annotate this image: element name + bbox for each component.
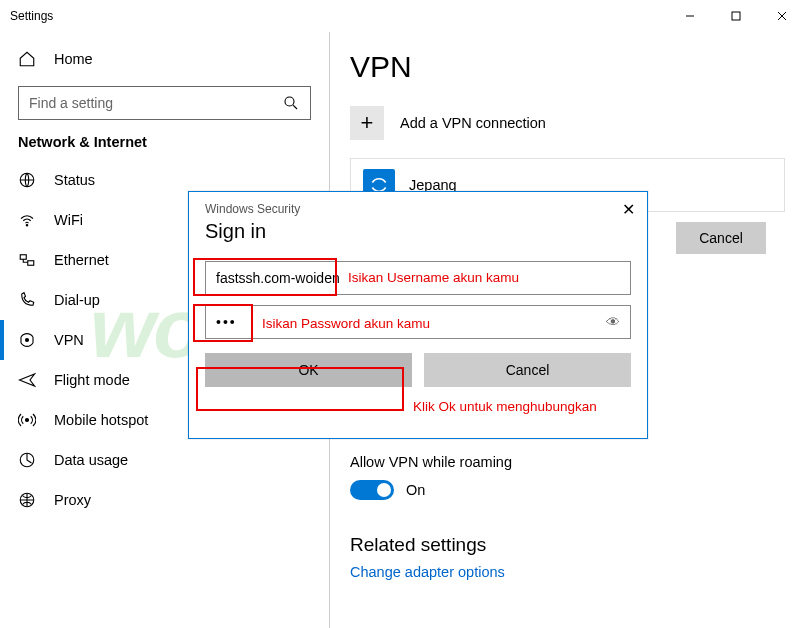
svg-point-7 (26, 225, 28, 227)
reveal-password-icon[interactable]: 👁 (606, 314, 620, 330)
username-value: fastssh.com-woiden (216, 270, 340, 286)
sidebar-item-label: Ethernet (54, 252, 109, 268)
svg-rect-9 (28, 261, 34, 266)
dialog-title: Windows Security (205, 202, 631, 216)
roaming-toggle[interactable] (350, 480, 394, 500)
home-icon (18, 50, 36, 68)
sidebar-item-label: Flight mode (54, 372, 130, 388)
svg-rect-1 (732, 12, 740, 20)
svg-rect-8 (20, 255, 26, 260)
sidebar-item-label: WiFi (54, 212, 83, 228)
add-vpn-label: Add a VPN connection (400, 115, 546, 131)
minimize-button[interactable] (667, 0, 713, 32)
sidebar-item-label: Status (54, 172, 95, 188)
sidebar-item-proxy[interactable]: Proxy (0, 480, 329, 520)
svg-line-5 (293, 105, 297, 109)
page-title: VPN (350, 50, 785, 84)
search-input[interactable]: Find a setting (18, 86, 311, 120)
home-label: Home (54, 51, 93, 67)
add-vpn-button[interactable]: + (350, 106, 384, 140)
password-input[interactable]: ••• 👁 (205, 305, 631, 339)
svg-point-4 (285, 97, 294, 106)
dialog-close-button[interactable]: ✕ (622, 200, 635, 219)
adapter-options-link[interactable]: Change adapter options (350, 564, 785, 580)
related-heading: Related settings (350, 534, 785, 556)
sidebar-category: Network & Internet (0, 134, 329, 160)
password-value: ••• (216, 314, 237, 330)
close-button[interactable] (759, 0, 805, 32)
svg-point-10 (26, 339, 29, 342)
airplane-icon (18, 371, 36, 389)
toggle-state: On (406, 482, 425, 498)
sidebar-item-label: VPN (54, 332, 84, 348)
globe-icon (18, 171, 36, 189)
search-placeholder: Find a setting (29, 95, 113, 111)
sidebar-home[interactable]: Home (0, 42, 329, 76)
maximize-button[interactable] (713, 0, 759, 32)
search-icon (282, 94, 300, 112)
vpn-cancel-button[interactable]: Cancel (676, 222, 766, 254)
proxy-icon (18, 491, 36, 509)
data-icon (18, 451, 36, 469)
phone-icon (18, 291, 36, 309)
wifi-icon (18, 211, 36, 229)
titlebar: Settings (0, 0, 805, 32)
ethernet-icon (18, 251, 36, 269)
hotspot-icon (18, 411, 36, 429)
window-title: Settings (10, 9, 53, 23)
dialog-cancel-button[interactable]: Cancel (424, 353, 631, 387)
roaming-label: Allow VPN while roaming (350, 454, 785, 470)
sidebar-item-label: Data usage (54, 452, 128, 468)
sidebar-item-label: Dial-up (54, 292, 100, 308)
sidebar-item-label: Proxy (54, 492, 91, 508)
vpn-icon (18, 331, 36, 349)
signin-dialog: Windows Security ✕ Sign in fastssh.com-w… (188, 191, 648, 439)
dialog-heading: Sign in (205, 220, 631, 243)
ok-button[interactable]: OK (205, 353, 412, 387)
username-input[interactable]: fastssh.com-woiden (205, 261, 631, 295)
svg-point-11 (26, 419, 29, 422)
sidebar-item-label: Mobile hotspot (54, 412, 148, 428)
sidebar-item-datausage[interactable]: Data usage (0, 440, 329, 480)
